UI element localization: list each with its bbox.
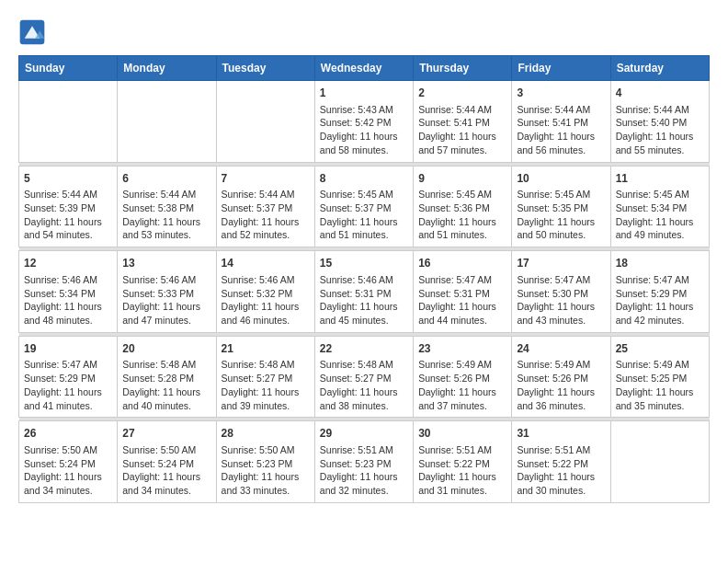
day-info: Sunrise: 5:51 AM Sunset: 5:22 PM Dayligh… [418, 443, 506, 498]
calendar-day: 24Sunrise: 5:49 AM Sunset: 5:26 PM Dayli… [512, 336, 610, 418]
calendar-day [610, 421, 709, 503]
day-info: Sunrise: 5:46 AM Sunset: 5:33 PM Dayligh… [122, 273, 210, 327]
day-number: 15 [320, 256, 408, 271]
day-info: Sunrise: 5:49 AM Sunset: 5:26 PM Dayligh… [517, 358, 605, 412]
day-number: 4 [616, 86, 704, 101]
day-number: 7 [222, 171, 310, 187]
calendar-day: 5Sunrise: 5:44 AM Sunset: 5:39 PM Daylig… [19, 166, 118, 247]
calendar-day: 20Sunrise: 5:48 AM Sunset: 5:28 PM Dayli… [118, 336, 216, 418]
calendar-header-saturday: Saturday [610, 56, 709, 81]
day-info: Sunrise: 5:50 AM Sunset: 5:24 PM Dayligh… [122, 443, 210, 498]
day-number: 27 [122, 426, 210, 442]
day-info: Sunrise: 5:43 AM Sunset: 5:42 PM Dayligh… [320, 103, 408, 157]
calendar-day: 18Sunrise: 5:47 AM Sunset: 5:29 PM Dayli… [610, 251, 709, 333]
logo [18, 18, 50, 46]
day-number: 5 [24, 171, 112, 187]
calendar-header-row: SundayMondayTuesdayWednesdayThursdayFrid… [19, 56, 710, 81]
day-info: Sunrise: 5:48 AM Sunset: 5:27 PM Dayligh… [320, 358, 408, 412]
day-info: Sunrise: 5:45 AM Sunset: 5:37 PM Dayligh… [320, 188, 408, 242]
calendar-day: 28Sunrise: 5:50 AM Sunset: 5:23 PM Dayli… [216, 421, 314, 503]
calendar-day: 11Sunrise: 5:45 AM Sunset: 5:34 PM Dayli… [610, 166, 709, 247]
calendar-day: 27Sunrise: 5:50 AM Sunset: 5:24 PM Dayli… [118, 421, 216, 503]
day-info: Sunrise: 5:46 AM Sunset: 5:31 PM Dayligh… [320, 273, 408, 327]
day-number: 26 [24, 426, 112, 442]
calendar-day: 23Sunrise: 5:49 AM Sunset: 5:26 PM Dayli… [414, 336, 512, 418]
day-number: 3 [517, 86, 605, 101]
calendar-day: 31Sunrise: 5:51 AM Sunset: 5:22 PM Dayli… [512, 421, 610, 503]
day-info: Sunrise: 5:51 AM Sunset: 5:23 PM Dayligh… [320, 443, 408, 498]
calendar-day: 30Sunrise: 5:51 AM Sunset: 5:22 PM Dayli… [414, 421, 512, 503]
calendar-day: 3Sunrise: 5:44 AM Sunset: 5:41 PM Daylig… [512, 81, 610, 163]
calendar-day: 4Sunrise: 5:44 AM Sunset: 5:40 PM Daylig… [610, 81, 709, 163]
calendar-week-4: 19Sunrise: 5:47 AM Sunset: 5:29 PM Dayli… [19, 336, 710, 418]
day-number: 30 [418, 426, 506, 442]
day-number: 9 [418, 171, 506, 187]
calendar-week-3: 12Sunrise: 5:46 AM Sunset: 5:34 PM Dayli… [19, 251, 710, 333]
calendar-header-thursday: Thursday [414, 56, 512, 81]
day-info: Sunrise: 5:46 AM Sunset: 5:34 PM Dayligh… [24, 273, 112, 327]
calendar-day: 2Sunrise: 5:44 AM Sunset: 5:41 PM Daylig… [414, 81, 512, 163]
calendar-day: 29Sunrise: 5:51 AM Sunset: 5:23 PM Dayli… [314, 421, 413, 503]
day-info: Sunrise: 5:44 AM Sunset: 5:41 PM Dayligh… [517, 103, 605, 157]
day-info: Sunrise: 5:44 AM Sunset: 5:38 PM Dayligh… [122, 188, 210, 242]
calendar-day [118, 81, 216, 163]
calendar-week-2: 5Sunrise: 5:44 AM Sunset: 5:39 PM Daylig… [19, 166, 710, 247]
calendar-table: SundayMondayTuesdayWednesdayThursdayFrid… [18, 55, 710, 503]
calendar-day: 13Sunrise: 5:46 AM Sunset: 5:33 PM Dayli… [118, 251, 216, 333]
day-info: Sunrise: 5:50 AM Sunset: 5:24 PM Dayligh… [24, 443, 112, 498]
day-number: 6 [122, 171, 210, 187]
day-number: 1 [320, 86, 408, 101]
calendar-day: 22Sunrise: 5:48 AM Sunset: 5:27 PM Dayli… [314, 336, 413, 418]
day-info: Sunrise: 5:49 AM Sunset: 5:26 PM Dayligh… [418, 358, 506, 412]
day-number: 20 [122, 341, 210, 357]
logo-icon [18, 18, 46, 46]
day-number: 12 [24, 256, 112, 271]
day-number: 19 [24, 341, 112, 357]
day-info: Sunrise: 5:47 AM Sunset: 5:30 PM Dayligh… [517, 273, 605, 327]
day-info: Sunrise: 5:45 AM Sunset: 5:36 PM Dayligh… [418, 188, 506, 242]
calendar-day: 1Sunrise: 5:43 AM Sunset: 5:42 PM Daylig… [314, 81, 413, 163]
calendar-day: 14Sunrise: 5:46 AM Sunset: 5:32 PM Dayli… [216, 251, 314, 333]
calendar-day [19, 81, 118, 163]
day-number: 2 [418, 86, 506, 101]
day-number: 13 [122, 256, 210, 271]
day-number: 18 [616, 256, 704, 271]
day-number: 17 [517, 256, 605, 271]
day-number: 22 [320, 341, 408, 357]
day-number: 31 [517, 426, 605, 442]
day-info: Sunrise: 5:44 AM Sunset: 5:41 PM Dayligh… [418, 103, 506, 157]
calendar-day: 10Sunrise: 5:45 AM Sunset: 5:35 PM Dayli… [512, 166, 610, 247]
page-header [18, 18, 710, 46]
calendar-header-monday: Monday [118, 56, 216, 81]
day-number: 21 [222, 341, 310, 357]
day-info: Sunrise: 5:44 AM Sunset: 5:40 PM Dayligh… [616, 103, 704, 157]
day-number: 23 [418, 341, 506, 357]
day-number: 14 [222, 256, 310, 271]
day-info: Sunrise: 5:50 AM Sunset: 5:23 PM Dayligh… [222, 443, 310, 498]
calendar-day: 8Sunrise: 5:45 AM Sunset: 5:37 PM Daylig… [314, 166, 413, 247]
day-number: 29 [320, 426, 408, 442]
day-info: Sunrise: 5:48 AM Sunset: 5:27 PM Dayligh… [222, 358, 310, 412]
calendar-header-friday: Friday [512, 56, 610, 81]
day-number: 28 [222, 426, 310, 442]
day-number: 8 [320, 171, 408, 187]
calendar-header-sunday: Sunday [19, 56, 118, 81]
calendar-day: 9Sunrise: 5:45 AM Sunset: 5:36 PM Daylig… [414, 166, 512, 247]
calendar-header-tuesday: Tuesday [216, 56, 314, 81]
day-info: Sunrise: 5:49 AM Sunset: 5:25 PM Dayligh… [616, 358, 704, 412]
day-number: 25 [616, 341, 704, 357]
day-info: Sunrise: 5:47 AM Sunset: 5:29 PM Dayligh… [616, 273, 704, 327]
calendar-week-5: 26Sunrise: 5:50 AM Sunset: 5:24 PM Dayli… [19, 421, 710, 503]
day-info: Sunrise: 5:45 AM Sunset: 5:34 PM Dayligh… [616, 188, 704, 242]
calendar-week-1: 1Sunrise: 5:43 AM Sunset: 5:42 PM Daylig… [19, 81, 710, 163]
calendar-day: 15Sunrise: 5:46 AM Sunset: 5:31 PM Dayli… [314, 251, 413, 333]
day-info: Sunrise: 5:45 AM Sunset: 5:35 PM Dayligh… [517, 188, 605, 242]
day-number: 11 [616, 171, 704, 187]
day-info: Sunrise: 5:44 AM Sunset: 5:37 PM Dayligh… [222, 188, 310, 242]
day-number: 24 [517, 341, 605, 357]
day-info: Sunrise: 5:44 AM Sunset: 5:39 PM Dayligh… [24, 188, 112, 242]
day-number: 16 [418, 256, 506, 271]
day-info: Sunrise: 5:46 AM Sunset: 5:32 PM Dayligh… [222, 273, 310, 327]
calendar-day: 7Sunrise: 5:44 AM Sunset: 5:37 PM Daylig… [216, 166, 314, 247]
calendar-day: 12Sunrise: 5:46 AM Sunset: 5:34 PM Dayli… [19, 251, 118, 333]
